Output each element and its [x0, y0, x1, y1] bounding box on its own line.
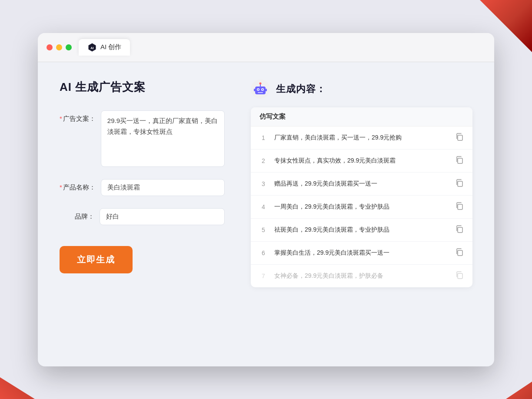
required-star-ad: * — [60, 115, 62, 122]
page-title: AI 生成广告文案 — [60, 80, 225, 95]
row-number: 2 — [259, 157, 267, 164]
close-button[interactable] — [47, 44, 53, 50]
svg-rect-14 — [458, 181, 462, 186]
right-header: 生成内容： — [251, 80, 472, 99]
product-name-label: *产品名称： — [60, 179, 96, 192]
copy-icon[interactable] — [455, 271, 464, 281]
table-row: 3赠品再送，29.9元美白淡斑霜买一送一 — [251, 173, 472, 196]
row-number: 6 — [259, 249, 267, 256]
row-text: 专抹女性斑点，真实功效，29.9元美白淡斑霜 — [274, 156, 448, 165]
table-row: 2专抹女性斑点，真实功效，29.9元美白淡斑霜 — [251, 150, 472, 173]
row-text: 祛斑美白，29.9元美白淡斑霜，专业护肤品 — [274, 225, 448, 234]
brand-label: 品牌： — [60, 208, 94, 221]
decorative-corner-bottom-left — [0, 377, 35, 399]
content-area: AI 生成广告文案 *广告文案： *产品名称： 品牌： 立 — [38, 62, 494, 366]
svg-text:AI: AI — [90, 46, 93, 50]
ad-copy-group: *广告文案： — [60, 110, 225, 167]
brand-input[interactable] — [100, 208, 225, 225]
copy-icon[interactable] — [455, 202, 464, 212]
row-number: 3 — [259, 180, 267, 187]
svg-point-6 — [262, 89, 263, 90]
row-number: 1 — [259, 134, 267, 141]
row-text: 赠品再送，29.9元美白淡斑霜买一送一 — [274, 179, 448, 188]
svg-rect-11 — [266, 89, 267, 91]
svg-rect-17 — [458, 250, 462, 256]
ad-copy-input[interactable] — [101, 110, 225, 167]
table-row: 1厂家直销，美白淡斑霜，买一送一，29.9元抢购 — [251, 126, 472, 150]
right-title: 生成内容： — [276, 83, 326, 96]
table-row: 7女神必备，29.9元美白淡斑霜，护肤必备 — [251, 265, 472, 287]
robot-icon — [251, 80, 270, 99]
copy-icon[interactable] — [455, 248, 464, 258]
tab-label: AI 创作 — [100, 43, 121, 51]
maximize-button[interactable] — [66, 44, 72, 50]
row-text: 女神必备，29.9元美白淡斑霜，护肤必备 — [274, 271, 448, 280]
row-number: 7 — [259, 273, 267, 279]
svg-rect-10 — [254, 89, 255, 91]
results-table-header: 仿写文案 — [251, 107, 472, 126]
svg-rect-18 — [458, 273, 462, 279]
row-text: 一周美白，29.9元美白淡斑霜，专业护肤品 — [274, 202, 448, 211]
required-star-product: * — [60, 183, 62, 191]
minimize-button[interactable] — [56, 44, 62, 50]
right-panel: 生成内容： 仿写文案 1厂家直销，美白淡斑霜，买一送一，29.9元抢购 2专抹女… — [251, 80, 472, 349]
copy-icon[interactable] — [455, 179, 464, 189]
copy-icon[interactable] — [455, 225, 464, 235]
svg-point-9 — [259, 82, 262, 84]
table-row: 6掌握美白生活，29.9元美白淡斑霜买一送一 — [251, 242, 472, 265]
svg-rect-7 — [258, 92, 263, 93]
ad-copy-label: *广告文案： — [60, 110, 96, 123]
svg-rect-2 — [255, 86, 266, 94]
decorative-corner-bottom-right — [506, 382, 532, 399]
table-row: 5祛斑美白，29.9元美白淡斑霜，专业护肤品 — [251, 219, 472, 242]
row-number: 5 — [259, 226, 267, 233]
title-bar: AI AI 创作 — [38, 33, 494, 62]
copy-icon[interactable] — [455, 156, 464, 166]
brand-group: 品牌： — [60, 208, 225, 225]
row-number: 4 — [259, 203, 267, 210]
copy-icon[interactable] — [455, 133, 464, 143]
generate-button[interactable]: 立即生成 — [60, 246, 133, 273]
left-panel: AI 生成广告文案 *广告文案： *产品名称： 品牌： 立 — [60, 80, 225, 349]
row-text: 厂家直销，美白淡斑霜，买一送一，29.9元抢购 — [274, 133, 448, 142]
results-rows: 1厂家直销，美白淡斑霜，买一送一，29.9元抢购 2专抹女性斑点，真实功效，29… — [251, 126, 472, 287]
results-table: 仿写文案 1厂家直销，美白淡斑霜，买一送一，29.9元抢购 2专抹女性斑点，真实… — [251, 107, 472, 287]
window-controls — [47, 44, 72, 50]
browser-window: AI AI 创作 AI 生成广告文案 *广告文案： *产品名称： — [38, 33, 494, 366]
svg-rect-13 — [458, 158, 462, 163]
table-row: 4一周美白，29.9元美白淡斑霜，专业护肤品 — [251, 196, 472, 219]
ai-tab-icon: AI — [87, 43, 97, 52]
svg-rect-12 — [458, 135, 462, 140]
svg-point-5 — [258, 89, 259, 90]
browser-tab[interactable]: AI AI 创作 — [79, 39, 130, 56]
product-name-input[interactable] — [101, 179, 225, 196]
svg-rect-15 — [458, 204, 462, 209]
svg-rect-16 — [458, 227, 462, 233]
product-name-group: *产品名称： — [60, 179, 225, 196]
row-text: 掌握美白生活，29.9元美白淡斑霜买一送一 — [274, 248, 448, 257]
